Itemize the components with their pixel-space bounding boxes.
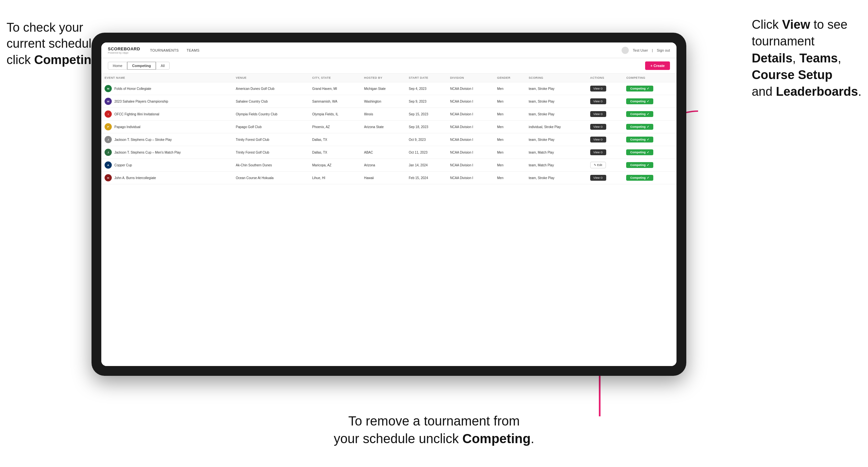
scoring-cell: team, Stroke Play	[526, 133, 587, 146]
nav-tournaments[interactable]: TOURNAMENTS	[150, 49, 179, 52]
view-button[interactable]: View ⊙	[590, 136, 607, 143]
team-logo: J	[104, 149, 112, 156]
event-name-cell: I OFCC Fighting Illini Invitational	[101, 108, 233, 121]
actions-cell: ✎ Edit	[587, 159, 623, 172]
event-name-cell: A Copper Cup	[101, 159, 233, 172]
division-cell: NCAA Division I	[447, 159, 494, 172]
edit-button[interactable]: ✎ Edit	[590, 162, 606, 168]
view-button[interactable]: View ⊙	[590, 175, 607, 181]
event-name-cell: W 2023 Sahalee Players Championship	[101, 95, 233, 108]
event-name-cell: H John A. Burns Intercollegiate	[101, 172, 233, 184]
filter-tabs: Home Competing All	[108, 62, 169, 70]
event-name-cell: J Jackson T. Stephens Cup – Stroke Play	[101, 133, 233, 146]
tournaments-table: EVENT NAME VENUE CITY, STATE HOSTED BY S…	[101, 73, 677, 184]
actions-cell: View ⊙	[587, 82, 623, 95]
view-button[interactable]: View ⊙	[590, 149, 607, 155]
competing-button[interactable]: Competing	[626, 111, 653, 117]
table-row: A Copper Cup Ak-Chin Southern DunesMaric…	[101, 159, 677, 172]
start-date-cell: Oct 9, 2023	[406, 133, 447, 146]
gender-cell: Men	[494, 133, 526, 146]
team-logo: I	[104, 111, 112, 118]
start-date-cell: Feb 15, 2024	[406, 172, 447, 184]
venue-cell: Sahalee Country Club	[233, 95, 309, 108]
nav-teams[interactable]: TEAMS	[187, 49, 199, 52]
start-date-cell: Sep 4, 2023	[406, 82, 447, 95]
team-logo: P	[104, 123, 112, 130]
col-city: CITY, STATE	[309, 73, 361, 82]
logo-sub: Powered by clippi	[108, 51, 140, 54]
division-cell: NCAA Division I	[447, 82, 494, 95]
view-button[interactable]: View ⊙	[590, 111, 607, 117]
table-row: H John A. Burns Intercollegiate Ocean Co…	[101, 172, 677, 184]
event-name: Jackson T. Stephens Cup – Stroke Play	[114, 138, 172, 142]
competing-cell: Competing	[623, 95, 677, 108]
user-icon	[622, 47, 629, 54]
col-hosted: HOSTED BY	[361, 73, 406, 82]
event-name-cell: M Folds of Honor Collegiate	[101, 82, 233, 95]
hosted-cell: Hawaii	[361, 172, 406, 184]
actions-cell: View ⊙	[587, 95, 623, 108]
view-button[interactable]: View ⊙	[590, 98, 607, 104]
col-start-date: START DATE	[406, 73, 447, 82]
hosted-cell: Arizona State	[361, 121, 406, 133]
competing-button[interactable]: Competing	[626, 162, 653, 168]
competing-button[interactable]: Competing	[626, 136, 653, 143]
table-row: M Folds of Honor Collegiate American Dun…	[101, 82, 677, 95]
event-name: Copper Cup	[114, 163, 132, 167]
gender-cell: Men	[494, 121, 526, 133]
sign-out-link[interactable]: Sign out	[657, 49, 670, 52]
col-scoring: SCORING	[526, 73, 587, 82]
hosted-cell: Illinois	[361, 108, 406, 121]
team-logo: J	[104, 136, 112, 143]
col-competing: COMPETING	[623, 73, 677, 82]
competing-button[interactable]: Competing	[626, 98, 653, 104]
gender-cell: Men	[494, 146, 526, 159]
col-division: DIVISION	[447, 73, 494, 82]
venue-cell: Ak-Chin Southern Dunes	[233, 159, 309, 172]
competing-button[interactable]: Competing	[626, 175, 653, 181]
venue-cell: Trinity Forest Golf Club	[233, 146, 309, 159]
tablet-device: SCOREBOARD Powered by clippi TOURNAMENTS…	[92, 33, 686, 376]
user-name: Test User	[633, 49, 648, 52]
nav-divider: |	[652, 49, 653, 52]
competing-button[interactable]: Competing	[626, 149, 653, 155]
annotation-top-left: To check your current schedule, click Co…	[6, 20, 102, 68]
competing-cell: Competing	[623, 159, 677, 172]
tab-competing[interactable]: Competing	[127, 62, 156, 70]
scoring-cell: individual, Stroke Play	[526, 121, 587, 133]
tab-home[interactable]: Home	[108, 62, 127, 70]
competing-cell: Competing	[623, 108, 677, 121]
filter-bar: Home Competing All + Create	[101, 58, 677, 73]
create-button[interactable]: + Create	[645, 61, 670, 70]
competing-button[interactable]: Competing	[626, 124, 653, 130]
city-cell: Maricopa, AZ	[309, 159, 361, 172]
division-cell: NCAA Division I	[447, 146, 494, 159]
city-cell: Sammamish, WA	[309, 95, 361, 108]
division-cell: NCAA Division I	[447, 121, 494, 133]
logo-text: SCOREBOARD	[108, 46, 140, 51]
competing-button[interactable]: Competing	[626, 86, 653, 92]
start-date-cell: Sep 9, 2023	[406, 95, 447, 108]
actions-cell: View ⊙	[587, 133, 623, 146]
col-gender: GENDER	[494, 73, 526, 82]
city-cell: Dallas, TX	[309, 133, 361, 146]
team-logo: A	[104, 161, 112, 168]
scoring-cell: team, Stroke Play	[526, 172, 587, 184]
table-header: EVENT NAME VENUE CITY, STATE HOSTED BY S…	[101, 73, 677, 82]
scoring-cell: team, Stroke Play	[526, 108, 587, 121]
competing-cell: Competing	[623, 133, 677, 146]
annotation-top-right: Click View to see tournament Details, Te…	[752, 16, 862, 100]
venue-cell: Papago Golf Club	[233, 121, 309, 133]
actions-cell: View ⊙	[587, 121, 623, 133]
view-button[interactable]: View ⊙	[590, 86, 607, 92]
table-row: I OFCC Fighting Illini Invitational Olym…	[101, 108, 677, 121]
division-cell: NCAA Division I	[447, 133, 494, 146]
city-cell: Phoenix, AZ	[309, 121, 361, 133]
nav-right: Test User | Sign out	[622, 47, 670, 54]
event-name: 2023 Sahalee Players Championship	[114, 100, 168, 103]
start-date-cell: Jan 14, 2024	[406, 159, 447, 172]
hosted-cell: Michigan State	[361, 82, 406, 95]
view-button[interactable]: View ⊙	[590, 124, 607, 130]
tab-all[interactable]: All	[156, 62, 169, 70]
division-cell: NCAA Division I	[447, 172, 494, 184]
